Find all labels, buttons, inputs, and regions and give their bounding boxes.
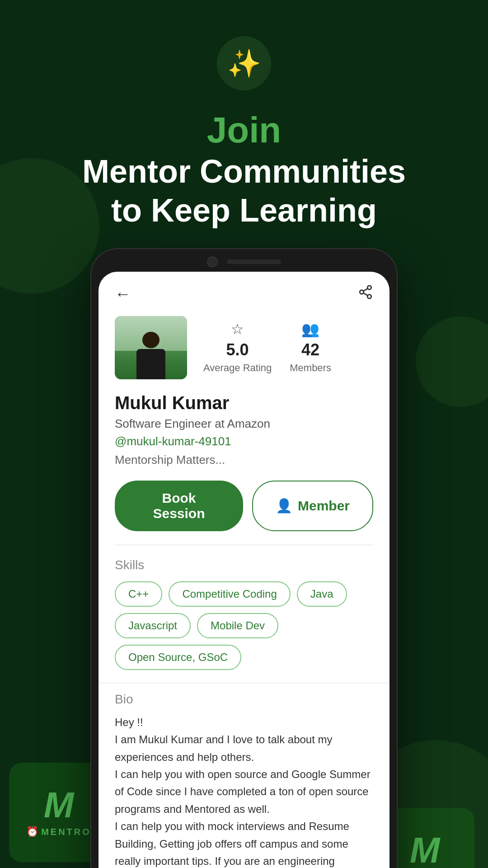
phone-outer: ← <box>90 248 398 868</box>
skill-java[interactable]: Java <box>297 581 347 607</box>
members-stat: 👥 42 Members <box>290 321 331 374</box>
phone-screen: ← <box>99 272 389 868</box>
mentor-handle[interactable]: @mukul-kumar-49101 <box>115 434 373 448</box>
back-button[interactable]: ← <box>115 284 131 303</box>
star-icon: ☆ <box>231 321 244 338</box>
headline-join: Join <box>82 108 406 152</box>
svg-line-4 <box>363 288 368 291</box>
skill-javascript[interactable]: Javascript <box>115 613 191 638</box>
skill-cpp[interactable]: C++ <box>115 581 162 607</box>
rating-value: 5.0 <box>226 340 249 359</box>
mentor-title: Software Engineer at Amazon <box>115 417 373 431</box>
skills-row: C++ Competitive Coding Java Javascript M… <box>115 581 373 670</box>
mentor-tagline: Mentorship Matters... <box>115 453 373 467</box>
members-value: 42 <box>301 340 319 359</box>
members-icon: 👥 <box>301 321 319 338</box>
bio-section: Bio Hey !! I am Mukul Kumar and I love t… <box>99 683 389 868</box>
phone-container: ← <box>0 248 488 868</box>
mentor-name: Mukul Kumar <box>115 393 373 413</box>
member-button[interactable]: 👤 Member <box>252 481 373 531</box>
skill-open-source[interactable]: Open Source, GSoC <box>115 645 241 670</box>
skill-competitive-coding[interactable]: Competitive Coding <box>169 581 290 607</box>
phone-speaker <box>227 259 281 264</box>
skills-label: Skills <box>115 558 373 572</box>
bio-label: Bio <box>115 692 373 707</box>
headline: Join Mentor Communitiesto Keep Learning <box>64 108 424 230</box>
phone-camera <box>207 256 218 267</box>
phone-top-bar <box>99 256 389 267</box>
rating-stat: ☆ 5.0 Average Rating <box>203 321 272 374</box>
headline-rest: Mentor Communitiesto Keep Learning <box>82 152 406 230</box>
profile-section: ☆ 5.0 Average Rating 👥 42 Members <box>99 311 389 393</box>
sparkle-icon: ✨ <box>217 36 271 90</box>
members-label: Members <box>290 362 331 374</box>
stats-section: ☆ 5.0 Average Rating 👥 42 Members <box>203 316 331 374</box>
mentor-info: Mukul Kumar Software Engineer at Amazon … <box>99 393 389 476</box>
skill-mobile-dev[interactable]: Mobile Dev <box>197 613 278 638</box>
avatar <box>115 316 187 379</box>
book-session-button[interactable]: Book Session <box>115 481 243 531</box>
action-buttons: Book Session 👤 Member <box>99 476 389 545</box>
person-icon: 👤 <box>276 498 292 514</box>
svg-line-3 <box>363 293 368 296</box>
member-label: Member <box>298 498 350 514</box>
share-button[interactable] <box>358 284 373 303</box>
app-bar: ← <box>99 272 389 311</box>
header-section: ✨ Join Mentor Communitiesto Keep Learnin… <box>0 0 488 248</box>
rating-label: Average Rating <box>203 362 272 374</box>
skills-section: Skills C++ Competitive Coding Java Javas… <box>99 545 389 683</box>
bio-text: Hey !! I am Mukul Kumar and I love to ta… <box>115 714 373 868</box>
